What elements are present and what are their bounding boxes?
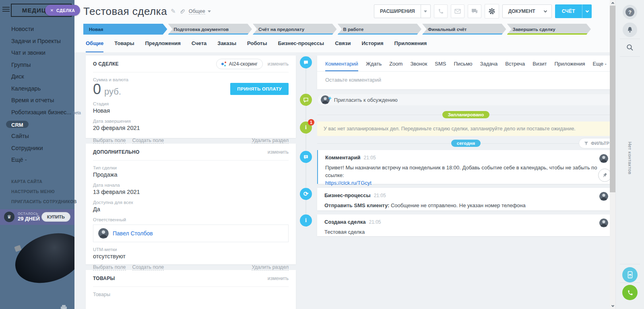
stage-in-progress[interactable]: В работе bbox=[338, 24, 422, 35]
tab-apps[interactable]: Приложения bbox=[394, 40, 427, 52]
stage-final-invoice[interactable]: Финальный счёт bbox=[422, 24, 506, 35]
scroll-down-arrow[interactable] bbox=[610, 303, 615, 309]
call-button[interactable] bbox=[434, 4, 448, 18]
compose-tab-wait[interactable]: Ждать bbox=[366, 61, 382, 71]
create-field-link[interactable]: Создать поле bbox=[132, 138, 164, 144]
pin-button[interactable] bbox=[598, 169, 610, 182]
email-button[interactable] bbox=[451, 4, 464, 18]
paperclip-icon[interactable] bbox=[180, 8, 185, 14]
tab-links[interactable]: Связи bbox=[335, 40, 351, 52]
invite-discussion-bar[interactable]: + Пригласить к обсуждению bbox=[317, 94, 610, 106]
tab-products[interactable]: Товары bbox=[114, 40, 134, 52]
sum-value[interactable]: 0 bbox=[93, 82, 101, 97]
tab-robots[interactable]: Роботы bbox=[247, 40, 267, 52]
sidebar-item-disk[interactable]: Диск bbox=[11, 73, 74, 80]
deal-category-selector[interactable]: Общее bbox=[189, 8, 205, 14]
sidebar-header: МЕДИЦИНА × СДЕЛКА bbox=[0, 0, 74, 21]
tab-history[interactable]: История bbox=[361, 40, 383, 52]
chat-button[interactable] bbox=[468, 4, 481, 18]
sidebar-item-crm-active[interactable]: CRM bbox=[6, 121, 29, 128]
comment-input[interactable]: Оставьте комментарий bbox=[317, 72, 610, 88]
compose-tab-meeting[interactable]: Встреча bbox=[505, 61, 525, 71]
available-value[interactable]: Да bbox=[93, 206, 289, 212]
edit-about-link[interactable]: изменить bbox=[268, 61, 289, 67]
sidebar-item-more[interactable]: Ещё - bbox=[11, 157, 74, 163]
sidebar-item-employees[interactable]: Сотрудники bbox=[11, 145, 74, 151]
invoice-button[interactable]: СЧЁТ bbox=[555, 4, 592, 18]
bell-icon bbox=[627, 27, 633, 33]
utm-field: UTM-метки отсутствуют bbox=[93, 247, 289, 260]
compose-tab-call[interactable]: Звонок bbox=[410, 61, 427, 71]
telephony-button[interactable] bbox=[622, 285, 638, 300]
compose-tab-sms[interactable]: SMS bbox=[435, 61, 446, 71]
close-icon[interactable]: × bbox=[50, 7, 54, 13]
scroll-up-arrow[interactable] bbox=[610, 0, 615, 6]
tab-general[interactable]: Общие bbox=[86, 40, 103, 52]
tab-orders[interactable]: Заказы bbox=[217, 40, 236, 52]
mobile-app-button[interactable] bbox=[622, 267, 638, 282]
sidebar-item-automation[interactable]: Роботизация бизнес...beta bbox=[11, 109, 74, 115]
sidebar-item-calendar[interactable]: Календарь bbox=[11, 85, 74, 92]
sidebar-item-groups[interactable]: Группы bbox=[11, 62, 74, 68]
stage-new[interactable]: Новая bbox=[83, 24, 167, 35]
compose-tabs: Комментарий Ждать Zoom Звонок SMS Письмо… bbox=[317, 56, 610, 72]
sitemap-link[interactable]: КАРТА САЙТА bbox=[11, 179, 74, 184]
invite-employees-link[interactable]: ПРИГЛАСИТЬ СОТРУДНИКОВ bbox=[11, 199, 74, 204]
ai-scoring-badge[interactable]: AI24-скоринг bbox=[216, 59, 263, 69]
deal-type-value[interactable]: Продажа bbox=[93, 171, 289, 178]
buy-button[interactable]: КУПИТЬ bbox=[41, 212, 70, 222]
compose-tab-comment[interactable]: Комментарий bbox=[325, 61, 358, 71]
tab-quotes[interactable]: Предложения bbox=[145, 40, 181, 52]
create-field-link[interactable]: Создать поле bbox=[132, 264, 164, 270]
edit-additional-link[interactable]: изменить bbox=[268, 149, 289, 155]
select-field-link[interactable]: Выбрать поле bbox=[93, 264, 126, 270]
hamburger-menu-icon[interactable] bbox=[2, 7, 10, 13]
stage-close-deal[interactable]: Завершить сделку bbox=[507, 24, 591, 35]
close-date-value[interactable]: 20 февраля 2021 bbox=[93, 125, 289, 131]
stage-prepayment[interactable]: Счёт на предоплату bbox=[253, 24, 337, 35]
sidebar-item-tasks[interactable]: Задачи и Проекты bbox=[11, 38, 74, 44]
accept-payment-button[interactable]: ПРИНЯТЬ ОПЛАТУ bbox=[230, 83, 289, 95]
configure-menu-link[interactable]: НАСТРОИТЬ МЕНЮ bbox=[11, 189, 74, 194]
start-date-value[interactable]: 13 февраля 2021 bbox=[93, 189, 289, 195]
extensions-button[interactable]: РАСШИРЕНИЯ bbox=[374, 4, 431, 18]
discussion-bubble-icon bbox=[300, 94, 312, 106]
compose-tab-zoom[interactable]: Zoom bbox=[389, 61, 402, 71]
add-user-icon[interactable]: + bbox=[328, 95, 332, 101]
entry-time: 21:05 bbox=[369, 219, 381, 225]
filter-button[interactable]: ФИЛЬТР bbox=[579, 138, 610, 148]
sidebar-item-news[interactable]: Новости bbox=[11, 26, 74, 32]
compose-tab-visit[interactable]: Визит bbox=[533, 61, 547, 71]
search-button[interactable] bbox=[623, 40, 637, 55]
delete-section-link[interactable]: Удалить раздел bbox=[252, 264, 289, 270]
compose-tab-apps[interactable]: Приложения bbox=[554, 61, 585, 71]
settings-gear-icon[interactable] bbox=[485, 4, 499, 19]
responsible-user-link[interactable]: Павел Столбов bbox=[113, 230, 153, 237]
printer-icon[interactable] bbox=[60, 305, 67, 309]
sidebar-item-sites[interactable]: Сайты bbox=[11, 133, 74, 139]
notifications-button[interactable] bbox=[623, 23, 637, 37]
no-contacts-label: Нет контактов bbox=[627, 142, 632, 175]
chevron-down-icon[interactable] bbox=[208, 10, 211, 12]
stage-value[interactable]: Новая bbox=[93, 107, 289, 114]
tab-business-processes[interactable]: Бизнес-процессы bbox=[278, 40, 324, 52]
comment-link[interactable]: https://clck.ru/TGcyt bbox=[325, 180, 372, 186]
delete-section-link[interactable]: Удалить раздел bbox=[252, 138, 289, 144]
stage-docs[interactable]: Подготовка документов bbox=[168, 24, 252, 35]
vertical-scrollbar[interactable] bbox=[610, 0, 615, 309]
sidebar-item-chat[interactable]: Чат и звонки bbox=[11, 49, 74, 56]
select-field-link[interactable]: Выбрать поле bbox=[93, 138, 126, 144]
tab-invoices[interactable]: Счета bbox=[192, 40, 206, 52]
compose-tab-more[interactable]: Еще - bbox=[593, 61, 607, 71]
edit-products-link[interactable]: изменить bbox=[268, 276, 289, 281]
edit-title-icon[interactable]: ✎ bbox=[171, 8, 176, 15]
invoice-dropdown[interactable] bbox=[582, 4, 592, 18]
extensions-dropdown[interactable] bbox=[421, 5, 430, 18]
sidebar-item-time-reports[interactable]: Время и отчеты bbox=[11, 97, 74, 103]
scrollbar-thumb[interactable] bbox=[610, 6, 615, 192]
deal-chip[interactable]: × СДЕЛКА bbox=[45, 5, 80, 16]
help-button[interactable]: ? bbox=[623, 5, 637, 19]
document-button[interactable]: ДОКУМЕНТ bbox=[502, 4, 552, 18]
compose-tab-task[interactable]: Задача bbox=[480, 61, 498, 71]
compose-tab-letter[interactable]: Письмо bbox=[454, 61, 473, 71]
